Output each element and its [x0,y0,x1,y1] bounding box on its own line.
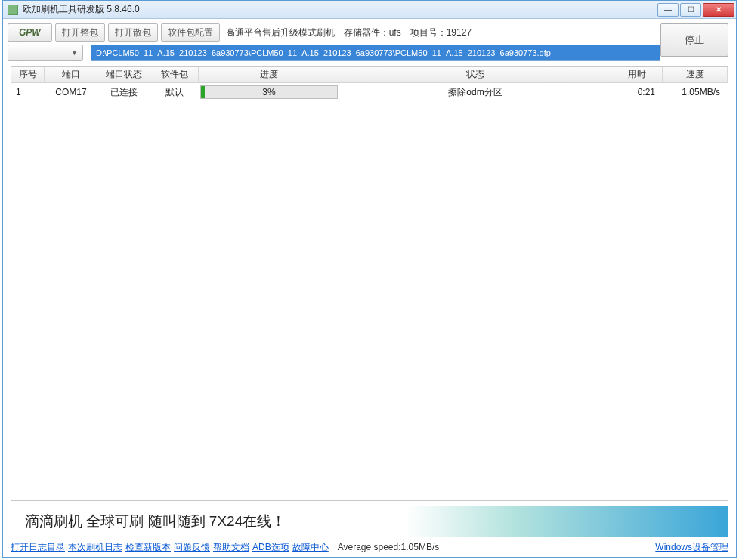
link-adb-options[interactable]: ADB选项 [252,541,289,554]
th-package[interactable]: 软件包 [150,67,199,82]
package-dropdown[interactable]: ▼ [8,45,83,61]
link-help-doc[interactable]: 帮助文档 [213,541,249,554]
window-controls: — ☐ ✕ [657,3,734,17]
cell-index: 1 [11,87,45,97]
table-row[interactable]: 1 COM17 已连接 默认 3% 擦除odm分区 0:21 1.05MB/s [11,83,728,101]
th-speed[interactable]: 速度 [663,67,728,82]
link-this-log[interactable]: 本次刷机日志 [68,541,122,554]
cell-time: 0:21 [611,87,663,97]
th-status[interactable]: 状态 [339,67,611,82]
th-progress[interactable]: 进度 [199,67,339,82]
app-icon [8,5,18,15]
package-path-field[interactable]: D:\PCLM50_11_A.15_210123_6a930773\PCLM50… [91,45,660,61]
device-table: 序号 端口 端口状态 软件包 进度 状态 用时 速度 1 COM17 已连接 默… [11,66,728,501]
cell-speed: 1.05MB/s [663,87,728,97]
cell-status: 擦除odm分区 [339,86,611,99]
link-fault-center[interactable]: 故障中心 [292,541,329,554]
promo-banner: 滴滴刷机 全球可刷 随叫随到 7X24在线！ [11,506,728,537]
footer: 打开日志目录 本次刷机日志 检查新版本 问题反馈 帮助文档 ADB选项 故障中心… [3,539,736,557]
project-label: 项目号：19127 [407,26,475,39]
cell-port-status: 已连接 [97,86,150,99]
progress-text: 3% [201,86,337,98]
close-button[interactable]: ✕ [703,3,734,17]
link-feedback[interactable]: 问题反馈 [174,541,210,554]
th-index[interactable]: 序号 [11,67,45,82]
flash-mode-text: 高通平台售后升级模式刷机 [223,26,338,39]
avg-speed-label: Average speed:1.05MB/s [338,542,440,552]
cell-port: COM17 [45,87,97,97]
storage-label: 存储器件：ufs [341,26,404,39]
window-title: 欧加刷机工具研发版 5.8.46.0 [23,3,657,16]
gpw-button[interactable]: GPW [8,23,52,42]
open-full-package-button[interactable]: 打开整包 [55,23,105,42]
maximize-button[interactable]: ☐ [680,3,701,17]
cell-progress: 3% [199,85,339,99]
chevron-down-icon: ▼ [71,49,78,57]
progress-bar: 3% [200,85,338,99]
stop-button[interactable]: 停止 [660,23,728,57]
minimize-button[interactable]: — [657,3,679,17]
th-time[interactable]: 用时 [611,67,663,82]
table-header: 序号 端口 端口状态 软件包 进度 状态 用时 速度 [11,67,728,83]
cell-package: 默认 [150,86,199,99]
th-port-status[interactable]: 端口状态 [97,67,150,82]
link-open-log-dir[interactable]: 打开日志目录 [11,541,65,554]
app-window: 欧加刷机工具研发版 5.8.46.0 — ☐ ✕ GPW 打开整包 打开散包 软… [2,0,737,558]
link-windows-device-manager[interactable]: Windows设备管理 [655,541,728,554]
th-port[interactable]: 端口 [45,67,97,82]
open-scatter-package-button[interactable]: 打开散包 [108,23,158,42]
toolbar-area: GPW 打开整包 打开散包 软件包配置 高通平台售后升级模式刷机 存储器件：uf… [3,19,736,64]
link-check-update[interactable]: 检查新版本 [125,541,171,554]
titlebar: 欧加刷机工具研发版 5.8.46.0 — ☐ ✕ [3,1,736,19]
package-config-button[interactable]: 软件包配置 [161,23,220,42]
